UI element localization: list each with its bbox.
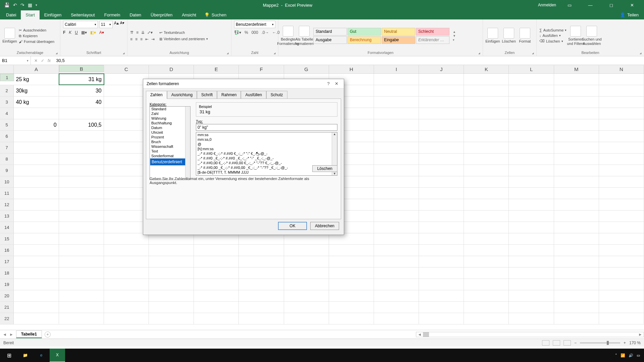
cell-J3[interactable] (419, 97, 464, 108)
list-scroll-down-icon[interactable]: ▼ (333, 172, 336, 175)
cell-C13[interactable] (104, 210, 149, 222)
cell-K15[interactable] (464, 233, 509, 244)
col-header-I[interactable]: I (374, 65, 419, 73)
cell-I7[interactable] (374, 142, 419, 153)
cell-J16[interactable] (419, 245, 464, 256)
page-layout-view-icon[interactable] (553, 340, 560, 346)
cell-L13[interactable] (509, 210, 554, 222)
tray-network-icon[interactable]: 📶 (621, 353, 625, 358)
category-item[interactable]: Bruch (150, 139, 190, 144)
save-icon[interactable]: 💾 (4, 2, 10, 8)
find-select-button[interactable]: Suchen und Auswählen (585, 26, 599, 45)
cell-N12[interactable] (599, 199, 644, 210)
cell-L16[interactable] (509, 245, 554, 256)
cell-L12[interactable] (509, 199, 554, 210)
cancel-button[interactable]: Abbrechen (310, 222, 339, 230)
cell-E17[interactable] (194, 256, 239, 267)
copy-button[interactable]: ⧉Kopieren (19, 34, 54, 38)
cell-M16[interactable] (554, 245, 599, 256)
cell-C1[interactable] (104, 74, 149, 85)
cell-E18[interactable] (194, 267, 239, 279)
dialog-tab-schrift[interactable]: Schrift (197, 91, 217, 99)
cell-L8[interactable] (509, 154, 554, 165)
cell-J19[interactable] (419, 279, 464, 290)
cell-H20[interactable] (329, 290, 374, 301)
cell-C21[interactable] (104, 302, 149, 313)
dialog-close-icon[interactable]: ✕ (332, 81, 340, 86)
cell-C11[interactable] (104, 188, 149, 199)
tab-einfuegen[interactable]: Einfügen (40, 10, 66, 19)
cell-N10[interactable] (599, 176, 644, 187)
tab-daten[interactable]: Daten (125, 10, 146, 19)
category-item[interactable]: Uhrzeit (150, 130, 190, 135)
cell-B20[interactable] (59, 290, 104, 301)
col-header-G[interactable]: G (284, 65, 329, 73)
row-header-11[interactable]: 11 (0, 188, 14, 199)
cell-K14[interactable] (464, 222, 509, 233)
cell-C17[interactable] (104, 256, 149, 267)
row-header-14[interactable]: 14 (0, 222, 14, 233)
cell-L7[interactable] (509, 142, 554, 153)
cell-M17[interactable] (554, 256, 599, 267)
cell-J5[interactable] (419, 119, 464, 130)
cell-A9[interactable] (14, 165, 59, 176)
cell-A14[interactable] (14, 222, 59, 233)
cell-J13[interactable] (419, 210, 464, 222)
cell-L18[interactable] (509, 267, 554, 279)
cell-C12[interactable] (104, 199, 149, 210)
cell-K4[interactable] (464, 108, 509, 119)
cell-N5[interactable] (599, 119, 644, 130)
cell-I10[interactable] (374, 176, 419, 187)
style-eingabe[interactable]: Eingabe (382, 36, 415, 44)
cell-A3[interactable]: 40 kg (14, 97, 59, 108)
zoom-out-icon[interactable]: − (574, 341, 577, 345)
cell-A1[interactable]: 25 kg (14, 74, 59, 85)
format-item[interactable]: _-* #.##0 _€_-;-* #.##0 _€_-;_-* "-" _€_… (196, 156, 337, 161)
cell-I9[interactable] (374, 165, 419, 176)
decrease-indent-icon[interactable]: ⇤ (145, 37, 149, 42)
formula-input[interactable]: 30,5 (54, 58, 644, 63)
col-header-N[interactable]: N (599, 65, 644, 73)
tab-start[interactable]: Start (21, 10, 39, 19)
cell-M8[interactable] (554, 154, 599, 165)
format-item[interactable]: _-* #.##0,00 €_-;-* #.##0,00 €_-;_-* "-"… (196, 161, 337, 165)
cell-B15[interactable] (59, 233, 104, 244)
cell-C15[interactable] (104, 233, 149, 244)
cell-J22[interactable] (419, 313, 464, 324)
cell-K17[interactable] (464, 256, 509, 267)
cell-C14[interactable] (104, 222, 149, 233)
cell-B17[interactable] (59, 256, 104, 267)
cell-K1[interactable] (464, 74, 509, 85)
cell-D22[interactable] (149, 313, 194, 324)
cell-C22[interactable] (104, 313, 149, 324)
autosum-button[interactable]: ∑AutoSumme▾ (539, 28, 567, 32)
cell-B7[interactable] (59, 142, 104, 153)
cell-N17[interactable] (599, 256, 644, 267)
category-item[interactable]: Text (150, 149, 190, 154)
style-berechnung[interactable]: Berechnung (347, 36, 381, 44)
tab-datei[interactable]: Datei (1, 10, 21, 19)
cell-E21[interactable] (194, 302, 239, 313)
cell-N11[interactable] (599, 188, 644, 199)
cell-L20[interactable] (509, 290, 554, 301)
dialog-tab-rahmen[interactable]: Rahmen (217, 91, 241, 99)
cell-M11[interactable] (554, 188, 599, 199)
cell-B3[interactable]: 40 (59, 97, 104, 108)
row-header-1[interactable]: 1 (0, 74, 14, 81)
cell-L2[interactable] (509, 85, 554, 96)
underline-button[interactable]: U (75, 30, 78, 35)
scroll-right-icon[interactable]: ► (637, 332, 644, 337)
cell-M2[interactable] (554, 85, 599, 96)
paste-button[interactable]: Einfügen (3, 28, 17, 43)
tab-ueberpruefen[interactable]: Überprüfen (146, 10, 177, 19)
row-header-18[interactable]: 18 (0, 267, 14, 279)
tab-formeln[interactable]: Formeln (100, 10, 125, 19)
merge-center-button[interactable]: ⊞Verbinden und zentrieren▾ (159, 37, 208, 41)
cell-K13[interactable] (464, 210, 509, 222)
cell-B14[interactable] (59, 222, 104, 233)
cell-J21[interactable] (419, 302, 464, 313)
cell-J9[interactable] (419, 165, 464, 176)
cell-B21[interactable] (59, 302, 104, 313)
delete-format-button[interactable]: Löschen (312, 165, 337, 172)
row-header-17[interactable]: 17 (0, 256, 14, 267)
